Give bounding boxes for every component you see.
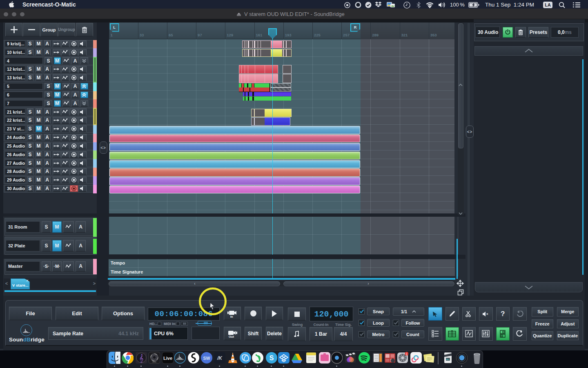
svg-text:REC: REC	[446, 358, 450, 360]
svg-text:x: x	[486, 312, 488, 316]
svg-text:1: 1	[406, 352, 408, 355]
svg-text:SW: SW	[203, 355, 210, 360]
svg-text:/K: /K	[217, 355, 223, 361]
svg-text:𝄞: 𝄞	[139, 354, 143, 363]
svg-text:In: In	[230, 314, 233, 318]
svg-text:S: S	[269, 355, 274, 361]
svg-text:Out: Out	[229, 334, 234, 338]
svg-text:Live: Live	[163, 356, 172, 361]
